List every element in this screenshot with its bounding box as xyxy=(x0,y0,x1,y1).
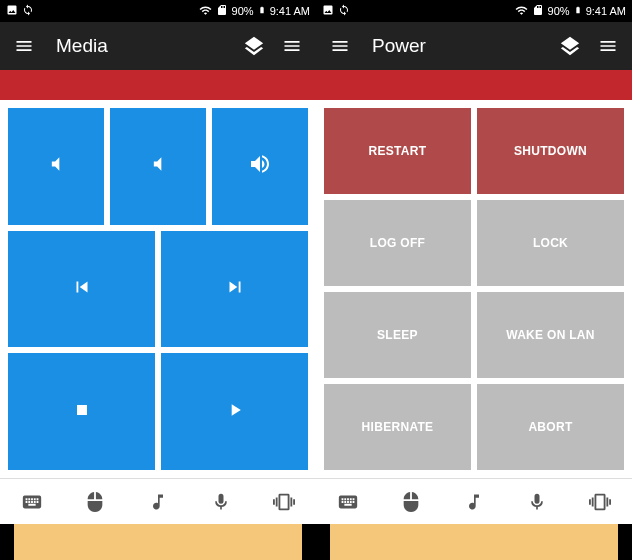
page-title: Power xyxy=(372,35,556,57)
previous-icon xyxy=(71,276,93,302)
next-icon xyxy=(224,276,246,302)
volume-up-button[interactable] xyxy=(212,108,308,225)
nav-music[interactable] xyxy=(454,482,494,522)
next-button[interactable] xyxy=(161,231,308,348)
volume-down-button[interactable] xyxy=(8,108,104,225)
status-bar: 90% 9:41 AM xyxy=(0,0,316,22)
overflow-button[interactable] xyxy=(278,32,306,60)
sleep-button[interactable]: SLEEP xyxy=(324,292,471,378)
clock: 9:41 AM xyxy=(270,5,310,17)
clock: 9:41 AM xyxy=(586,5,626,17)
mute-button[interactable] xyxy=(110,108,206,225)
overflow-button[interactable] xyxy=(594,32,622,60)
stop-icon xyxy=(72,400,92,424)
page-title: Media xyxy=(56,35,240,57)
wol-button[interactable]: WAKE ON LAN xyxy=(477,292,624,378)
sd-icon xyxy=(532,4,544,18)
nav-mic[interactable] xyxy=(201,482,241,522)
nav-vibrate[interactable] xyxy=(580,482,620,522)
power-grid: RESTART SHUTDOWN LOG OFF LOCK SLEEP WAKE… xyxy=(316,100,632,478)
abort-button[interactable]: ABORT xyxy=(477,384,624,470)
wifi-icon xyxy=(515,4,528,19)
battery-pct: 90% xyxy=(232,5,254,17)
battery-icon xyxy=(258,4,266,18)
picture-icon xyxy=(6,4,18,18)
lock-button[interactable]: LOCK xyxy=(477,200,624,286)
layers-button[interactable] xyxy=(240,32,268,60)
phone-power: 90% 9:41 AM Power RESTART SHUTDOWN xyxy=(316,0,632,560)
media-grid xyxy=(0,100,316,478)
menu-button[interactable] xyxy=(10,32,38,60)
play-button[interactable] xyxy=(161,353,308,470)
wifi-icon xyxy=(199,4,212,19)
toolbar: Power xyxy=(316,22,632,70)
sync-icon xyxy=(22,4,34,18)
sd-icon xyxy=(216,4,228,18)
logoff-button[interactable]: LOG OFF xyxy=(324,200,471,286)
nav-vibrate[interactable] xyxy=(264,482,304,522)
nav-keyboard[interactable] xyxy=(328,482,368,522)
sync-icon xyxy=(338,4,350,18)
red-strip xyxy=(0,70,316,100)
previous-button[interactable] xyxy=(8,231,155,348)
play-icon xyxy=(225,400,245,424)
stop-button[interactable] xyxy=(8,353,155,470)
toolbar: Media xyxy=(0,22,316,70)
bottom-nav xyxy=(0,478,316,524)
nav-music[interactable] xyxy=(138,482,178,522)
menu-button[interactable] xyxy=(326,32,354,60)
ad-bar-wrap xyxy=(316,524,632,560)
hibernate-button[interactable]: HIBERNATE xyxy=(324,384,471,470)
volume-up-icon xyxy=(248,152,272,180)
ad-bar xyxy=(330,524,618,560)
nav-mouse[interactable] xyxy=(391,482,431,522)
mute-icon xyxy=(148,154,168,178)
phone-media: 90% 9:41 AM Media xyxy=(0,0,316,560)
shutdown-button[interactable]: SHUTDOWN xyxy=(477,108,624,194)
battery-pct: 90% xyxy=(548,5,570,17)
battery-icon xyxy=(574,4,582,18)
picture-icon xyxy=(322,4,334,18)
nav-mic[interactable] xyxy=(517,482,557,522)
nav-keyboard[interactable] xyxy=(12,482,52,522)
bottom-nav xyxy=(316,478,632,524)
red-strip xyxy=(316,70,632,100)
status-bar: 90% 9:41 AM xyxy=(316,0,632,22)
ad-bar xyxy=(14,524,302,560)
ad-bar-wrap xyxy=(0,524,316,560)
layers-button[interactable] xyxy=(556,32,584,60)
volume-down-icon xyxy=(46,154,66,178)
restart-button[interactable]: RESTART xyxy=(324,108,471,194)
nav-mouse[interactable] xyxy=(75,482,115,522)
